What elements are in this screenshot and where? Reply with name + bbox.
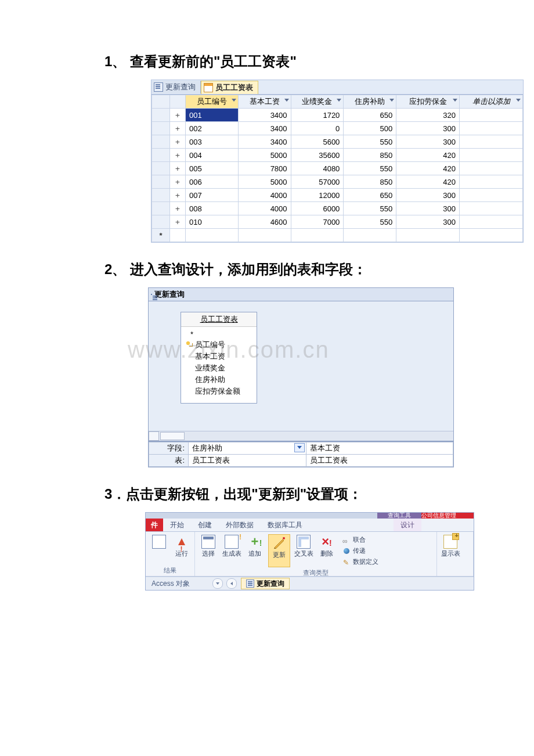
col-housing[interactable]: 住房补助 [344,95,396,109]
table-row[interactable]: +00840006000550300 [152,202,523,215]
table-row[interactable]: +00134001720650320 [152,109,523,122]
cell-id[interactable]: 001 [186,109,239,122]
expand-icon[interactable]: + [170,202,186,215]
cell-base[interactable]: 5000 [238,175,291,189]
expand-icon[interactable]: + [170,162,186,175]
cell-add[interactable] [460,175,523,189]
nav-active-tab[interactable]: 更新查询 [241,578,290,589]
cell-add[interactable] [460,109,523,122]
cell-housing[interactable]: 850 [344,149,396,162]
tab-salary-table[interactable]: 员工工资表 [201,81,258,94]
cell-add[interactable] [460,202,523,215]
chevron-down-icon[interactable] [284,98,290,103]
chevron-down-icon[interactable] [294,443,305,452]
horizontal-scrollbar[interactable] [149,431,453,441]
btn-delete[interactable]: ×删除 [317,534,337,567]
expand-icon[interactable]: + [170,189,186,202]
cell-add[interactable] [460,162,523,175]
field-item[interactable]: 应扣劳保金额 [186,386,252,397]
cell-base[interactable]: 4000 [238,202,291,215]
btn-datadef[interactable]: 数据定义 [342,557,378,566]
cell-id[interactable]: 005 [186,162,239,175]
btn-select[interactable]: 选择 [199,534,218,567]
cell-base[interactable]: 4000 [238,189,291,202]
row-selector[interactable] [152,109,170,122]
scroll-thumb[interactable] [160,432,185,440]
btn-view[interactable] [149,534,168,558]
field-item[interactable]: 业绩奖金 [186,362,252,374]
btn-append[interactable]: +追加 [245,534,265,567]
table-row[interactable]: +00578004080550420 [152,162,523,175]
row-selector[interactable] [152,175,170,189]
field-item[interactable]: 员工编号 [186,339,252,351]
expand-icon[interactable]: + [170,135,186,149]
table-row[interactable]: +004500035600850420 [152,149,523,162]
scroll-left-icon[interactable] [149,431,159,441]
cell-housing[interactable]: 550 [344,135,396,149]
expand-icon[interactable]: + [170,175,186,189]
table-fieldlist[interactable]: 员工工资表 *员工编号基本工资业绩奖金住房补助应扣劳保金额 [181,312,257,404]
cell-housing[interactable]: 550 [344,215,396,229]
btn-update[interactable]: 更新 [268,534,290,567]
chevron-down-icon[interactable] [515,98,521,103]
tab-start[interactable]: 开始 [163,519,191,531]
tab-create[interactable]: 创建 [191,519,219,531]
cell-bonus[interactable]: 12000 [291,189,344,202]
table-row[interactable]: +00234000500300 [152,122,523,135]
cell-housing[interactable]: 500 [344,122,396,135]
btn-crosstab[interactable]: 交叉表 [294,534,313,567]
salary-grid[interactable]: 员工编号 基本工资 业绩奖金 住房补助 应扣劳保金 单击以添加 +0013400… [151,95,523,242]
query-title-tab[interactable]: 更新查询 [149,288,453,301]
btn-maketable[interactable]: 生成表 [222,534,241,567]
cell-ins[interactable]: 300 [396,122,460,135]
new-row[interactable]: * [152,229,523,242]
expand-icon[interactable]: + [170,122,186,135]
cell-id[interactable]: 008 [186,202,239,215]
field-cell-2[interactable]: 基本工资 [306,442,453,455]
col-employee-id[interactable]: 员工编号 [186,95,239,109]
cell-bonus[interactable]: 7000 [291,215,344,229]
tab-design[interactable]: 设计 [394,519,421,531]
cell-ins[interactable]: 300 [396,189,460,202]
cell-base[interactable]: 5000 [238,149,291,162]
cell-bonus[interactable]: 1720 [291,109,344,122]
row-selector[interactable] [152,122,170,135]
cell-ins[interactable]: 420 [396,175,460,189]
cell-bonus[interactable]: 35600 [291,149,344,162]
row-selector[interactable] [152,162,170,175]
btn-run[interactable]: 运行 [172,534,191,558]
cell-base[interactable]: 7800 [238,162,291,175]
btn-passthrough[interactable]: 传递 [342,546,378,555]
cell-id[interactable]: 004 [186,149,239,162]
chevron-down-icon[interactable] [452,98,458,103]
cell-ins[interactable]: 420 [396,149,460,162]
chevron-down-icon[interactable] [231,98,237,103]
cell-base[interactable]: 4600 [238,215,291,229]
btn-showtable[interactable]: 显示表 [441,534,460,558]
expand-icon[interactable]: + [170,149,186,162]
table-cell-2[interactable]: 员工工资表 [306,455,453,467]
tab-external[interactable]: 外部数据 [219,519,261,531]
cell-housing[interactable]: 650 [344,189,396,202]
cell-bonus[interactable]: 57000 [291,175,344,189]
table-row[interactable]: +01046007000550300 [152,215,523,229]
cell-housing[interactable]: 650 [344,109,396,122]
cell-add[interactable] [460,149,523,162]
field-item[interactable]: 基本工资 [186,351,252,362]
row-selector-header[interactable] [152,95,170,109]
table-row[interactable]: +00334005600550300 [152,135,523,149]
cell-id[interactable]: 007 [186,189,239,202]
cell-ins[interactable]: 300 [396,202,460,215]
cell-housing[interactable]: 550 [344,162,396,175]
cell-add[interactable] [460,135,523,149]
cell-ins[interactable]: 420 [396,162,460,175]
col-base-salary[interactable]: 基本工资 [238,95,291,109]
cell-bonus[interactable]: 4080 [291,162,344,175]
btn-union[interactable]: 联合 [342,535,378,544]
cell-ins[interactable]: 320 [396,109,460,122]
cell-ins[interactable]: 300 [396,135,460,149]
design-grid-pane[interactable]: 字段: 住房补助 基本工资 表: 员工工资表 员工工资表 [149,442,453,467]
cell-base[interactable]: 3400 [238,109,291,122]
cell-bonus[interactable]: 6000 [291,202,344,215]
cell-add[interactable] [460,215,523,229]
